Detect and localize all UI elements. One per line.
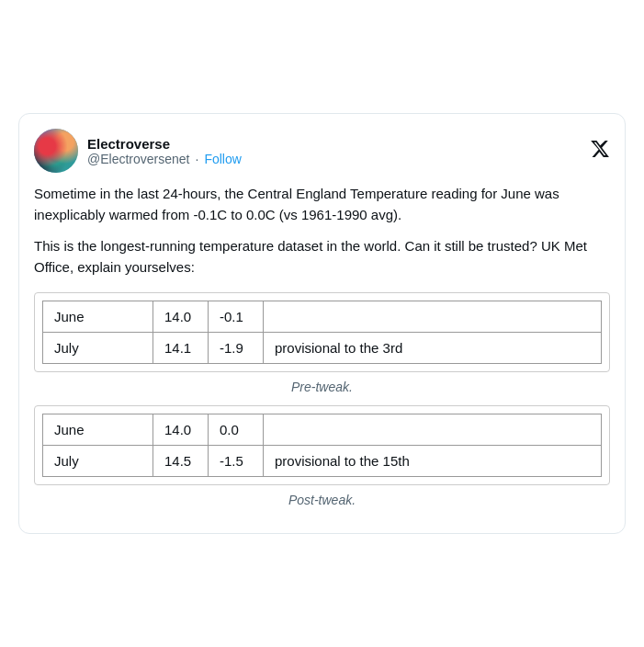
follow-button[interactable]: Follow <box>204 152 241 166</box>
account-name: Electroverse <box>87 136 242 152</box>
tweet-body: Sometime in the last 24-hours, the Centr… <box>34 184 610 278</box>
account-meta: @Electroversenet · Follow <box>87 152 242 166</box>
post-tweak-table: June 14.0 0.0 July 14.5 -1.5 provisional… <box>42 414 602 477</box>
post-tweak-section: June 14.0 0.0 July 14.5 -1.5 provisional… <box>34 405 610 485</box>
pre-tweak-section: June 14.0 -0.1 July 14.1 -1.9 provisiona… <box>34 292 610 372</box>
temp-cell: 14.1 <box>153 333 209 364</box>
temp-cell: 14.5 <box>153 446 209 477</box>
tweet-header-left: Electroverse @Electroversenet · Follow <box>34 129 242 173</box>
month-cell: July <box>43 333 153 364</box>
x-logo-icon[interactable] <box>590 139 610 164</box>
tweet-header: Electroverse @Electroversenet · Follow <box>34 129 610 173</box>
post-tweak-caption: Post-tweak. <box>34 493 610 507</box>
note-cell: provisional to the 3rd <box>264 333 602 364</box>
separator: · <box>195 152 198 166</box>
pre-tweak-caption: Pre-tweak. <box>34 380 610 394</box>
temp-cell: 14.0 <box>153 414 209 446</box>
table-row: June 14.0 0.0 <box>43 414 602 446</box>
account-handle: @Electroversenet <box>87 152 189 166</box>
note-cell <box>264 301 602 333</box>
anomaly-cell: 0.0 <box>209 414 264 446</box>
tweet-paragraph-2: This is the longest-running temperature … <box>34 236 610 278</box>
temp-cell: 14.0 <box>153 301 209 333</box>
table-row: July 14.1 -1.9 provisional to the 3rd <box>43 333 602 364</box>
tweet-card: Electroverse @Electroversenet · Follow S… <box>18 113 626 534</box>
note-cell <box>264 414 602 446</box>
anomaly-cell: -0.1 <box>209 301 264 333</box>
table-row: June 14.0 -0.1 <box>43 301 602 333</box>
month-cell: July <box>43 446 153 477</box>
note-cell: provisional to the 15th <box>264 446 602 477</box>
pre-tweak-table: June 14.0 -0.1 July 14.1 -1.9 provisiona… <box>42 301 602 364</box>
anomaly-cell: -1.5 <box>209 446 264 477</box>
tweet-paragraph-1: Sometime in the last 24-hours, the Centr… <box>34 184 610 225</box>
month-cell: June <box>43 301 153 333</box>
account-info: Electroverse @Electroversenet · Follow <box>87 136 242 166</box>
month-cell: June <box>43 414 153 446</box>
anomaly-cell: -1.9 <box>209 333 264 364</box>
table-row: July 14.5 -1.5 provisional to the 15th <box>43 446 602 477</box>
avatar[interactable] <box>34 129 78 173</box>
